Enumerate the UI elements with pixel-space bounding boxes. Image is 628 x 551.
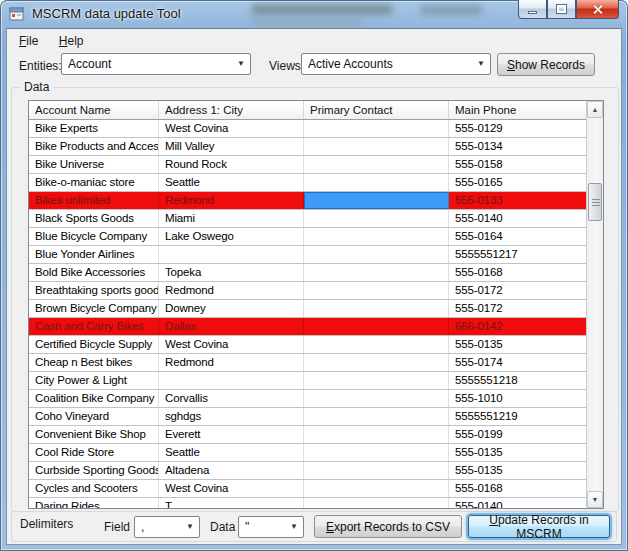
show-records-button[interactable]: Show Records	[497, 53, 595, 76]
grid-cell[interactable]: Curbside Sporting Goods	[29, 462, 159, 479]
column-header-address-city[interactable]: Address 1: City	[159, 101, 304, 119]
grid-cell[interactable]: Cool Ride Store	[29, 444, 159, 461]
grid-cell[interactable]: Cycles and Scooters	[29, 480, 159, 497]
grid-cell[interactable]: 555-0172	[449, 300, 586, 317]
column-header-main-phone[interactable]: Main Phone	[449, 101, 586, 119]
grid-cell[interactable]: Everett	[159, 426, 304, 443]
grid-cell[interactable]: 5555551219	[449, 408, 586, 425]
grid-cell[interactable]	[304, 174, 449, 191]
column-header-primary-contact[interactable]: Primary Contact	[304, 101, 449, 119]
grid-cell[interactable]: West Covina	[159, 480, 304, 497]
grid-cell[interactable]	[304, 354, 449, 371]
grid-cell[interactable]: Blue Bicycle Company	[29, 228, 159, 245]
column-header-account-name[interactable]: Account Name	[29, 101, 159, 119]
grid-cell[interactable]: Bike-o-maniac store	[29, 174, 159, 191]
grid-cell[interactable]: T	[159, 498, 304, 508]
grid-cell[interactable]: Bike Products and Access...	[29, 138, 159, 155]
grid-cell[interactable]: 555-0165	[449, 174, 586, 191]
grid-cell[interactable]	[304, 462, 449, 479]
update-mscrm-button[interactable]: Update Records in MSCRM	[468, 515, 610, 538]
grid-cell[interactable]: Blue Yonder Airlines	[29, 246, 159, 263]
grid-cell[interactable]: 555-0129	[449, 120, 586, 137]
grid-cell[interactable]: Redmond	[159, 354, 304, 371]
scroll-thumb[interactable]	[588, 183, 602, 221]
grid-cell[interactable]	[304, 138, 449, 155]
grid-cell[interactable]: Breathtaking sports goods	[29, 282, 159, 299]
grid-cell[interactable]: 666-0142	[449, 318, 586, 335]
grid-cell[interactable]: sghdgs	[159, 408, 304, 425]
grid-cell[interactable]: Bike Universe	[29, 156, 159, 173]
grid-cell[interactable]	[159, 372, 304, 389]
grid-cell[interactable]: Dallas	[159, 318, 304, 335]
grid-cell[interactable]: 555-0172	[449, 282, 586, 299]
scroll-up-button[interactable]: ▲	[587, 101, 603, 118]
grid-cell[interactable]: 555-0158	[449, 156, 586, 173]
entities-select[interactable]: Account ▼	[61, 53, 251, 75]
grid-cell[interactable]: Black Sports Goods	[29, 210, 159, 227]
grid-cell[interactable]: Seattle	[159, 444, 304, 461]
grid-cell[interactable]: 555-0134	[449, 138, 586, 155]
grid-cell[interactable]: Bike Experts	[29, 120, 159, 137]
menu-item-file[interactable]: File	[11, 29, 46, 52]
grid-cell[interactable]: Bold Bike Accessories	[29, 264, 159, 281]
grid-cell[interactable]: West Covina	[159, 120, 304, 137]
menu-item-help[interactable]: Help	[51, 29, 92, 52]
grid-cell[interactable]: City Power & Light	[29, 372, 159, 389]
grid-cell[interactable]	[159, 246, 304, 263]
grid-cell[interactable]: 555-0140	[449, 498, 586, 508]
grid-cell[interactable]: Redmond	[159, 192, 304, 209]
grid-cell[interactable]: 5555551218	[449, 372, 586, 389]
grid-cell[interactable]: Bikes unlimited	[29, 192, 159, 209]
views-select[interactable]: Active Accounts ▼	[301, 53, 491, 75]
grid-cell[interactable]: Daring Rides	[29, 498, 159, 508]
grid-cell[interactable]: 555-0168	[449, 264, 586, 281]
data-delimiter-select[interactable]: " ▼	[238, 516, 304, 538]
close-button[interactable]	[576, 0, 619, 19]
grid-cell[interactable]: 555-0168	[449, 480, 586, 497]
grid-cell[interactable]: Cheap n Best bikes	[29, 354, 159, 371]
grid-cell[interactable]: Topeka	[159, 264, 304, 281]
grid-cell[interactable]: 555-0164	[449, 228, 586, 245]
grid-cell[interactable]	[304, 210, 449, 227]
grid-cell[interactable]	[304, 228, 449, 245]
grid-cell[interactable]	[304, 246, 449, 263]
grid-cell[interactable]: Certified Bicycle Supply	[29, 336, 159, 353]
grid-cell[interactable]	[304, 408, 449, 425]
grid-cell[interactable]	[304, 282, 449, 299]
grid-cell[interactable]: 5555551217	[449, 246, 586, 263]
grid-cell[interactable]: Brown Bicycle Company	[29, 300, 159, 317]
grid-cell[interactable]	[304, 444, 449, 461]
grid-cell[interactable]	[304, 336, 449, 353]
grid-cell[interactable]: Redmond	[159, 282, 304, 299]
grid-cell[interactable]: Coho Vineyard	[29, 408, 159, 425]
grid-cell[interactable]: Seattle	[159, 174, 304, 191]
grid-cell[interactable]: Convenient Bike Shop	[29, 426, 159, 443]
grid-cell[interactable]	[304, 264, 449, 281]
grid-cell[interactable]: Downey	[159, 300, 304, 317]
grid-cell[interactable]	[304, 156, 449, 173]
maximize-button[interactable]	[547, 0, 576, 19]
grid-cell[interactable]: 555-1010	[449, 390, 586, 407]
title-bar[interactable]: MSCRM data update Tool	[0, 0, 628, 28]
grid-cell[interactable]: West Covina	[159, 336, 304, 353]
grid-cell[interactable]	[304, 192, 449, 209]
grid-cell[interactable]: 555-0140	[449, 210, 586, 227]
grid-cell[interactable]	[304, 498, 449, 508]
field-delimiter-select[interactable]: , ▼	[134, 516, 200, 538]
grid-cell[interactable]: 555-0199	[449, 426, 586, 443]
grid-cell[interactable]: 555-0135	[449, 462, 586, 479]
scroll-down-button[interactable]: ▼	[587, 491, 603, 508]
export-csv-button[interactable]: Export Records to CSV	[314, 515, 462, 538]
grid-cell[interactable]	[304, 318, 449, 335]
grid-cell[interactable]: Altadena	[159, 462, 304, 479]
grid-cell[interactable]	[304, 372, 449, 389]
grid-cell[interactable]: Coalition Bike Company	[29, 390, 159, 407]
grid-cell[interactable]	[304, 390, 449, 407]
vertical-scrollbar[interactable]: ▲ ▼	[586, 101, 603, 508]
grid-cell[interactable]	[304, 480, 449, 497]
grid-cell[interactable]	[304, 300, 449, 317]
grid-cell[interactable]: 555-0135	[449, 444, 586, 461]
grid-cell[interactable]: Cash and Carry Bikes	[29, 318, 159, 335]
grid-cell[interactable]: Miami	[159, 210, 304, 227]
grid-cell[interactable]: 555-0135	[449, 336, 586, 353]
